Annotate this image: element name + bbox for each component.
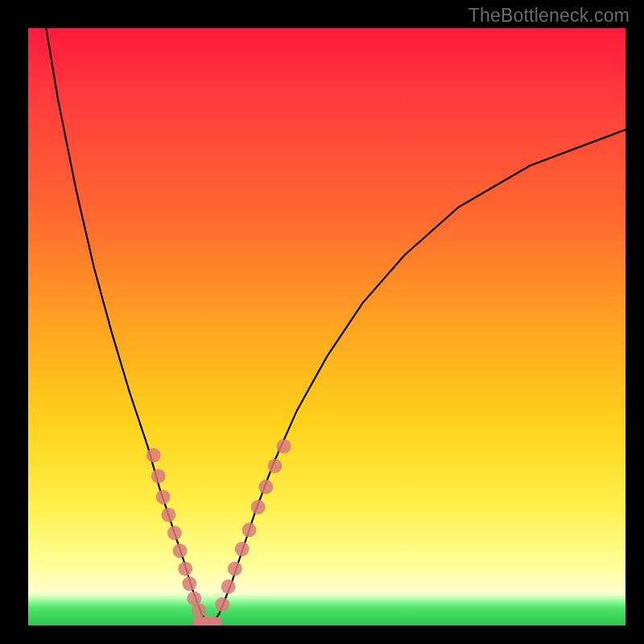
chart-frame: TheBottleneck.com: [0, 0, 644, 644]
data-point: [242, 522, 257, 537]
data-point: [167, 526, 182, 540]
data-point: [172, 543, 187, 558]
bottleneck-curve: [46, 28, 625, 622]
data-point: [277, 439, 291, 453]
data-point: [235, 542, 250, 556]
dots-right: [215, 439, 291, 612]
watermark-text: TheBottleneck.com: [469, 5, 630, 27]
data-point: [215, 597, 229, 612]
data-point: [251, 500, 266, 514]
data-point: [161, 508, 175, 522]
data-point: [187, 592, 201, 606]
chart-svg: [28, 28, 625, 625]
data-point: [147, 448, 161, 463]
data-point: [221, 580, 236, 594]
data-point: [228, 562, 242, 576]
data-point: [182, 576, 196, 591]
data-point: [258, 480, 273, 494]
data-point: [151, 469, 166, 484]
data-point: [192, 603, 206, 617]
data-point: [156, 489, 171, 504]
dots-left: [147, 448, 206, 618]
data-point: [267, 459, 282, 473]
data-point: [178, 562, 192, 576]
chart-plot-area: [28, 28, 625, 625]
